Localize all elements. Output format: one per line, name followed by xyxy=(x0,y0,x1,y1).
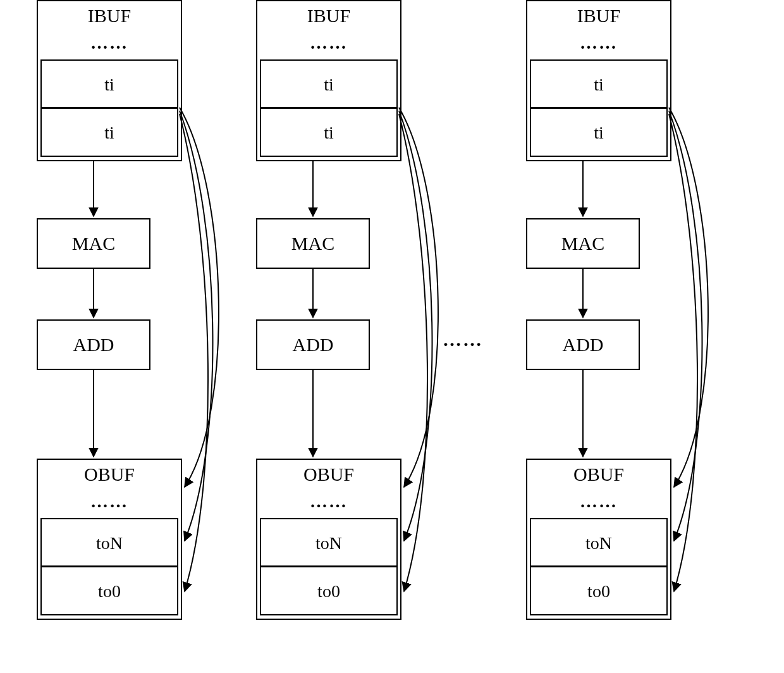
ibuf-dots: …… xyxy=(257,33,400,53)
curve-ibuf-obuf-mid-1 xyxy=(180,111,212,541)
mid-ellipsis: …… xyxy=(443,329,483,350)
ibuf-dots: …… xyxy=(527,33,670,53)
obuf-cell-toN: toN xyxy=(261,519,396,567)
curve-ibuf-obuf-mid-3 xyxy=(669,111,702,541)
curve-ibuf-obuf-mid-2 xyxy=(399,111,432,541)
obuf-cell-to0: to0 xyxy=(261,567,396,615)
obuf-block-2: OBUF …… toN to0 xyxy=(256,459,401,620)
obuf-cell-toN: toN xyxy=(42,519,177,567)
ibuf-inner: ti ti xyxy=(40,59,178,157)
obuf-title: OBUF xyxy=(257,464,400,485)
curve-ibuf-obuf-bot-1 xyxy=(180,114,208,591)
curve-ibuf-obuf-bot-2 xyxy=(399,114,427,591)
mac-block-1: MAC xyxy=(37,218,150,269)
add-block-1: ADD xyxy=(37,319,150,370)
obuf-dots: …… xyxy=(527,491,670,512)
ibuf-cell-ti2: ti xyxy=(531,109,666,156)
ibuf-title: IBUF xyxy=(257,5,400,27)
curve-ibuf-obuf-top-1 xyxy=(180,108,219,487)
ibuf-cell-ti2: ti xyxy=(42,109,177,156)
add-block-2: ADD xyxy=(256,319,370,370)
obuf-dots: …… xyxy=(257,491,400,512)
ibuf-title: IBUF xyxy=(38,5,181,27)
curve-ibuf-obuf-top-2 xyxy=(399,108,438,487)
obuf-inner: toN to0 xyxy=(40,518,178,615)
curve-ibuf-obuf-top-3 xyxy=(669,108,708,487)
obuf-block-1: OBUF …… toN to0 xyxy=(37,459,182,620)
ibuf-block-3: IBUF …… ti ti xyxy=(526,0,671,161)
mac-block-3: MAC xyxy=(526,218,640,269)
obuf-cell-to0: to0 xyxy=(42,567,177,615)
obuf-block-3: OBUF …… toN to0 xyxy=(526,459,671,620)
obuf-inner: toN to0 xyxy=(530,518,668,615)
obuf-title: OBUF xyxy=(527,464,670,485)
obuf-cell-toN: toN xyxy=(531,519,666,567)
ibuf-block-2: IBUF …… ti ti xyxy=(256,0,401,161)
ibuf-cell-ti1: ti xyxy=(261,61,396,109)
curve-ibuf-obuf-bot-3 xyxy=(669,114,697,591)
obuf-title: OBUF xyxy=(38,464,181,485)
ibuf-title: IBUF xyxy=(527,5,670,27)
obuf-dots: …… xyxy=(38,491,181,512)
ibuf-cell-ti1: ti xyxy=(42,61,177,109)
obuf-inner: toN to0 xyxy=(260,518,398,615)
add-block-3: ADD xyxy=(526,319,640,370)
ibuf-dots: …… xyxy=(38,33,181,53)
ibuf-cell-ti1: ti xyxy=(531,61,666,109)
ibuf-inner: ti ti xyxy=(260,59,398,157)
mac-block-2: MAC xyxy=(256,218,370,269)
ibuf-inner: ti ti xyxy=(530,59,668,157)
ibuf-block-1: IBUF …… ti ti xyxy=(37,0,182,161)
obuf-cell-to0: to0 xyxy=(531,567,666,615)
ibuf-cell-ti2: ti xyxy=(261,109,396,156)
